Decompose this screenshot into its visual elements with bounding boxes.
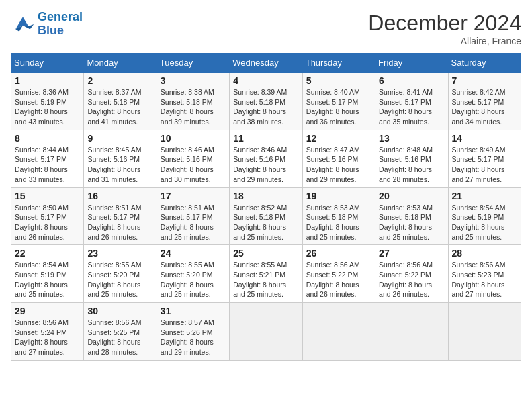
day-number: 29 xyxy=(15,306,80,316)
day-detail: Sunrise: 8:42 AMSunset: 5:17 PMDaylight:… xyxy=(452,87,517,127)
calendar-day-cell: 4Sunrise: 8:39 AMSunset: 5:18 PMDaylight… xyxy=(230,73,302,130)
day-detail: Sunrise: 8:49 AMSunset: 5:17 PMDaylight:… xyxy=(452,145,517,185)
calendar-day-cell: 22Sunrise: 8:54 AMSunset: 5:19 PMDayligh… xyxy=(11,245,84,303)
calendar-day-cell: 26Sunrise: 8:56 AMSunset: 5:22 PMDayligh… xyxy=(302,245,375,303)
calendar-day-cell: 5Sunrise: 8:40 AMSunset: 5:17 PMDaylight… xyxy=(302,73,375,130)
day-detail: Sunrise: 8:52 AMSunset: 5:18 PMDaylight:… xyxy=(233,203,298,242)
calendar-day-cell: 17Sunrise: 8:51 AMSunset: 5:17 PMDayligh… xyxy=(157,187,229,245)
calendar-day-cell: 21Sunrise: 8:54 AMSunset: 5:19 PMDayligh… xyxy=(448,187,521,245)
calendar-day-cell: 15Sunrise: 8:50 AMSunset: 5:17 PMDayligh… xyxy=(11,187,84,245)
weekday-header-cell: Sunday xyxy=(11,54,84,73)
day-detail: Sunrise: 8:38 AMSunset: 5:18 PMDaylight:… xyxy=(161,87,226,127)
day-detail: Sunrise: 8:36 AMSunset: 5:19 PMDaylight:… xyxy=(15,87,80,127)
calendar-day-cell: 29Sunrise: 8:56 AMSunset: 5:24 PMDayligh… xyxy=(11,303,84,361)
day-detail: Sunrise: 8:56 AMSunset: 5:24 PMDaylight:… xyxy=(15,318,80,357)
day-detail: Sunrise: 8:50 AMSunset: 5:17 PMDaylight:… xyxy=(15,203,80,242)
calendar-day-cell: 27Sunrise: 8:56 AMSunset: 5:22 PMDayligh… xyxy=(375,245,448,303)
weekday-header-cell: Monday xyxy=(84,54,157,73)
day-detail: Sunrise: 8:55 AMSunset: 5:20 PMDaylight:… xyxy=(87,260,152,300)
day-detail: Sunrise: 8:47 AMSunset: 5:16 PMDaylight:… xyxy=(306,145,371,185)
day-detail: Sunrise: 8:56 AMSunset: 5:23 PMDaylight:… xyxy=(452,260,517,300)
calendar-day-cell: 14Sunrise: 8:49 AMSunset: 5:17 PMDayligh… xyxy=(448,130,521,187)
day-detail: Sunrise: 8:51 AMSunset: 5:17 PMDaylight:… xyxy=(161,203,226,242)
calendar-day-cell xyxy=(230,303,302,361)
calendar-day-cell: 23Sunrise: 8:55 AMSunset: 5:20 PMDayligh… xyxy=(84,245,157,303)
logo: General Blue xyxy=(11,11,83,38)
calendar-day-cell: 3Sunrise: 8:38 AMSunset: 5:18 PMDaylight… xyxy=(157,73,229,130)
location: Allaire, France xyxy=(368,36,521,46)
calendar-day-cell: 13Sunrise: 8:48 AMSunset: 5:16 PMDayligh… xyxy=(375,130,448,187)
day-detail: Sunrise: 8:53 AMSunset: 5:18 PMDaylight:… xyxy=(306,203,371,242)
day-number: 8 xyxy=(15,133,80,144)
calendar-day-cell: 28Sunrise: 8:56 AMSunset: 5:23 PMDayligh… xyxy=(448,245,521,303)
calendar-day-cell: 11Sunrise: 8:46 AMSunset: 5:16 PMDayligh… xyxy=(230,130,302,187)
day-detail: Sunrise: 8:45 AMSunset: 5:16 PMDaylight:… xyxy=(87,145,152,185)
calendar-day-cell: 30Sunrise: 8:56 AMSunset: 5:25 PMDayligh… xyxy=(84,303,157,361)
logo-text: General Blue xyxy=(38,11,83,38)
day-number: 7 xyxy=(452,75,517,86)
day-number: 12 xyxy=(306,133,371,144)
calendar-week-row: 22Sunrise: 8:54 AMSunset: 5:19 PMDayligh… xyxy=(11,245,521,303)
day-number: 30 xyxy=(87,306,152,316)
day-detail: Sunrise: 8:46 AMSunset: 5:16 PMDaylight:… xyxy=(233,145,298,185)
calendar-day-cell: 8Sunrise: 8:44 AMSunset: 5:17 PMDaylight… xyxy=(11,130,84,187)
day-number: 28 xyxy=(452,248,517,259)
day-number: 16 xyxy=(87,191,152,201)
logo-icon xyxy=(11,12,35,36)
weekday-header-cell: Wednesday xyxy=(230,54,302,73)
calendar-week-row: 29Sunrise: 8:56 AMSunset: 5:24 PMDayligh… xyxy=(11,303,521,361)
day-detail: Sunrise: 8:56 AMSunset: 5:25 PMDaylight:… xyxy=(87,318,152,357)
calendar-day-cell: 19Sunrise: 8:53 AMSunset: 5:18 PMDayligh… xyxy=(302,187,375,245)
calendar-body: 1Sunrise: 8:36 AMSunset: 5:19 PMDaylight… xyxy=(11,73,521,361)
day-number: 4 xyxy=(233,75,298,86)
day-number: 20 xyxy=(379,191,444,201)
day-number: 31 xyxy=(161,306,226,316)
day-number: 19 xyxy=(306,191,371,201)
calendar-week-row: 1Sunrise: 8:36 AMSunset: 5:19 PMDaylight… xyxy=(11,73,521,130)
day-detail: Sunrise: 8:40 AMSunset: 5:17 PMDaylight:… xyxy=(306,87,371,127)
day-number: 3 xyxy=(161,75,226,86)
day-number: 9 xyxy=(87,133,152,144)
day-number: 18 xyxy=(233,191,298,201)
day-number: 25 xyxy=(233,248,298,259)
weekday-header-cell: Friday xyxy=(375,54,448,73)
calendar-day-cell: 31Sunrise: 8:57 AMSunset: 5:26 PMDayligh… xyxy=(157,303,229,361)
day-number: 5 xyxy=(306,75,371,86)
calendar-day-cell: 7Sunrise: 8:42 AMSunset: 5:17 PMDaylight… xyxy=(448,73,521,130)
day-detail: Sunrise: 8:54 AMSunset: 5:19 PMDaylight:… xyxy=(452,203,517,242)
calendar-day-cell: 20Sunrise: 8:53 AMSunset: 5:18 PMDayligh… xyxy=(375,187,448,245)
day-number: 14 xyxy=(452,133,517,144)
day-detail: Sunrise: 8:46 AMSunset: 5:16 PMDaylight:… xyxy=(161,145,226,185)
day-detail: Sunrise: 8:51 AMSunset: 5:17 PMDaylight:… xyxy=(87,203,152,242)
calendar-day-cell: 6Sunrise: 8:41 AMSunset: 5:17 PMDaylight… xyxy=(375,73,448,130)
day-number: 2 xyxy=(87,75,152,86)
calendar-day-cell: 9Sunrise: 8:45 AMSunset: 5:16 PMDaylight… xyxy=(84,130,157,187)
day-number: 26 xyxy=(306,248,371,259)
day-number: 23 xyxy=(87,248,152,259)
day-number: 22 xyxy=(15,248,80,259)
day-detail: Sunrise: 8:56 AMSunset: 5:22 PMDaylight:… xyxy=(306,260,371,300)
day-number: 1 xyxy=(15,75,80,86)
weekday-header-cell: Saturday xyxy=(448,54,521,73)
title-block: December 2024 Allaire, France xyxy=(368,11,521,46)
calendar-day-cell xyxy=(302,303,375,361)
calendar-day-cell: 24Sunrise: 8:55 AMSunset: 5:20 PMDayligh… xyxy=(157,245,229,303)
day-detail: Sunrise: 8:55 AMSunset: 5:20 PMDaylight:… xyxy=(161,260,226,300)
day-detail: Sunrise: 8:39 AMSunset: 5:18 PMDaylight:… xyxy=(233,87,298,127)
day-detail: Sunrise: 8:56 AMSunset: 5:22 PMDaylight:… xyxy=(379,260,444,300)
day-detail: Sunrise: 8:54 AMSunset: 5:19 PMDaylight:… xyxy=(15,260,80,300)
calendar-day-cell: 16Sunrise: 8:51 AMSunset: 5:17 PMDayligh… xyxy=(84,187,157,245)
day-number: 15 xyxy=(15,191,80,201)
day-detail: Sunrise: 8:55 AMSunset: 5:21 PMDaylight:… xyxy=(233,260,298,300)
day-number: 6 xyxy=(379,75,444,86)
day-detail: Sunrise: 8:53 AMSunset: 5:18 PMDaylight:… xyxy=(379,203,444,242)
day-detail: Sunrise: 8:41 AMSunset: 5:17 PMDaylight:… xyxy=(379,87,444,127)
page-header: General Blue December 2024 Allaire, Fran… xyxy=(11,11,521,46)
calendar-week-row: 8Sunrise: 8:44 AMSunset: 5:17 PMDaylight… xyxy=(11,130,521,187)
day-number: 10 xyxy=(161,133,226,144)
day-number: 17 xyxy=(161,191,226,201)
calendar-day-cell: 18Sunrise: 8:52 AMSunset: 5:18 PMDayligh… xyxy=(230,187,302,245)
day-number: 24 xyxy=(161,248,226,259)
day-number: 13 xyxy=(379,133,444,144)
day-number: 27 xyxy=(379,248,444,259)
